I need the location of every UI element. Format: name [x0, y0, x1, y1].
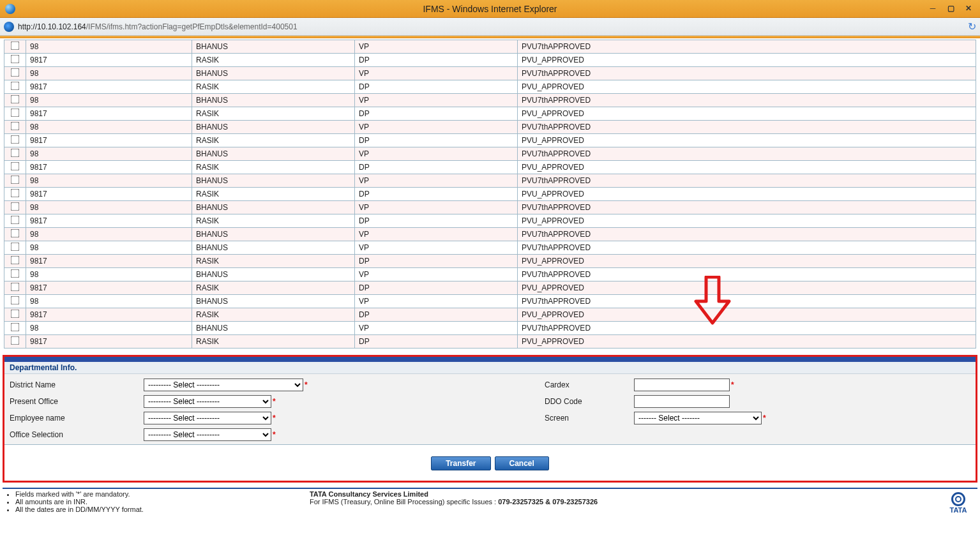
row-checkbox[interactable]: [11, 82, 20, 91]
row-checkbox[interactable]: [11, 269, 20, 278]
row-checkbox-cell: [4, 134, 26, 147]
cell-c2: BHANUS: [192, 295, 355, 308]
row-checkbox-cell: [4, 241, 26, 255]
office-selection-select[interactable]: --------- Select ---------: [144, 428, 271, 441]
row-checkbox[interactable]: [11, 109, 20, 117]
url-display[interactable]: http://10.10.102.164/IFMS/ifms.htm?actio…: [18, 22, 298, 31]
cell-c2: BHANUS: [192, 228, 355, 241]
cell-c3: DP: [355, 80, 518, 94]
row-checkbox[interactable]: [11, 68, 20, 77]
row-checkbox-cell: [4, 107, 26, 121]
cell-c3: DP: [355, 255, 518, 268]
cell-c3: DP: [355, 281, 518, 295]
table-row: 98BHANUSVPPVU7thAPPROVED: [4, 295, 976, 308]
cell-c2: RASIK: [192, 54, 355, 67]
cell-c1: 9817: [26, 161, 192, 174]
cell-c4: PVU7thAPPROVED: [518, 268, 976, 281]
cell-c3: VP: [355, 228, 518, 241]
required-asterisk: *: [305, 380, 308, 389]
table-row: 98BHANUSVPPVU7thAPPROVED: [4, 40, 976, 54]
row-checkbox-cell: [4, 188, 26, 201]
cell-c2: RASIK: [192, 335, 355, 349]
cell-c3: DP: [355, 107, 518, 121]
reload-icon[interactable]: ↻: [968, 20, 976, 33]
present-office-select[interactable]: --------- Select ---------: [144, 395, 271, 408]
row-checkbox[interactable]: [11, 229, 20, 238]
cell-c3: VP: [355, 322, 518, 335]
cell-c4: PVU7thAPPROVED: [518, 241, 976, 255]
row-checkbox-cell: [4, 201, 26, 214]
tata-logo: TATA: [942, 490, 975, 516]
row-checkbox-cell: [4, 255, 26, 268]
row-checkbox-cell: [4, 228, 26, 241]
table-row: 9817RASIKDPPVU_APPROVED: [4, 335, 976, 349]
table-row: 98BHANUSVPPVU7thAPPROVED: [4, 67, 976, 80]
cell-c1: 98: [26, 268, 192, 281]
cell-c2: BHANUS: [192, 241, 355, 255]
cell-c1: 9817: [26, 255, 192, 268]
cell-c4: PVU7thAPPROVED: [518, 201, 976, 214]
window-titlebar: IFMS - Windows Internet Explorer ─ ▢ ✕: [0, 0, 980, 18]
cell-c3: DP: [355, 214, 518, 228]
transfer-button[interactable]: Transfer: [431, 456, 490, 470]
minimize-button[interactable]: ─: [925, 3, 940, 14]
cell-c3: VP: [355, 241, 518, 255]
row-checkbox-cell: [4, 40, 26, 54]
cell-c3: DP: [355, 161, 518, 174]
row-checkbox-cell: [4, 174, 26, 188]
row-checkbox[interactable]: [11, 202, 20, 211]
cell-c4: PVU7thAPPROVED: [518, 40, 976, 54]
row-checkbox[interactable]: [11, 55, 20, 64]
employee-select[interactable]: --------- Select ---------: [144, 412, 271, 424]
row-checkbox[interactable]: [11, 122, 20, 131]
cell-c4: PVU7thAPPROVED: [518, 67, 976, 80]
tata-logo-icon: [951, 492, 965, 506]
cell-c1: 98: [26, 241, 192, 255]
row-checkbox[interactable]: [11, 95, 20, 104]
required-asterisk: *: [273, 430, 276, 439]
row-checkbox[interactable]: [11, 216, 20, 225]
cell-c1: 9817: [26, 308, 192, 322]
cell-c2: RASIK: [192, 308, 355, 322]
cell-c3: VP: [355, 174, 518, 188]
table-row: 9817RASIKDPPVU_APPROVED: [4, 107, 976, 121]
cardex-input[interactable]: [634, 379, 730, 391]
cell-c2: BHANUS: [192, 322, 355, 335]
row-checkbox[interactable]: [11, 149, 20, 158]
row-checkbox-cell: [4, 147, 26, 161]
row-checkbox[interactable]: [11, 162, 20, 171]
ddo-code-input[interactable]: [634, 395, 730, 408]
row-checkbox[interactable]: [11, 176, 20, 184]
panel-title: Departmental Info.: [4, 362, 976, 374]
row-checkbox[interactable]: [11, 310, 20, 319]
window-controls: ─ ▢ ✕: [925, 3, 976, 14]
cell-c1: 9817: [26, 80, 192, 94]
row-checkbox[interactable]: [11, 243, 20, 251]
row-checkbox[interactable]: [11, 283, 20, 292]
cell-c2: BHANUS: [192, 40, 355, 54]
cell-c4: PVU_APPROVED: [518, 281, 976, 295]
cell-c4: PVU_APPROVED: [518, 214, 976, 228]
table-row: 98BHANUSVPPVU7thAPPROVED: [4, 121, 976, 134]
table-row: 9817RASIKDPPVU_APPROVED: [4, 255, 976, 268]
footer-contact: For IFMS (Treasury, Online Bill Processi…: [310, 498, 942, 506]
row-checkbox[interactable]: [11, 323, 20, 332]
row-checkbox[interactable]: [11, 336, 20, 345]
close-button[interactable]: ✕: [961, 3, 976, 14]
row-checkbox[interactable]: [11, 41, 20, 50]
row-checkbox[interactable]: [11, 296, 20, 305]
screen-select[interactable]: ------- Select -------: [634, 412, 762, 424]
row-checkbox-cell: [4, 322, 26, 335]
table-row: 9817RASIKDPPVU_APPROVED: [4, 308, 976, 322]
row-checkbox[interactable]: [11, 135, 20, 144]
row-checkbox[interactable]: [11, 189, 20, 198]
cancel-button[interactable]: Cancel: [495, 456, 549, 470]
district-select[interactable]: --------- Select ---------: [144, 379, 303, 391]
maximize-button[interactable]: ▢: [943, 3, 958, 14]
cell-c1: 9817: [26, 134, 192, 147]
cell-c4: PVU_APPROVED: [518, 134, 976, 147]
row-checkbox[interactable]: [11, 256, 20, 265]
cell-c2: BHANUS: [192, 268, 355, 281]
row-checkbox-cell: [4, 94, 26, 107]
cell-c4: PVU_APPROVED: [518, 188, 976, 201]
